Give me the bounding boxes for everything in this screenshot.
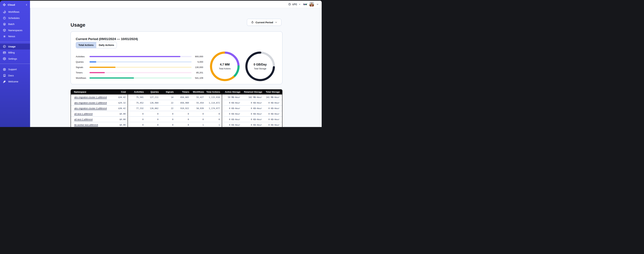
bar-fill: [90, 61, 96, 62]
donut-label: Total Storage: [254, 68, 266, 70]
sidebar-item-support[interactable]: Support: [0, 66, 30, 72]
table-header-cell: Retained Storage: [240, 91, 262, 93]
namespace-cell: a0-test-2.a98mm4: [71, 116, 109, 122]
sidebar-item-label: Batch: [8, 23, 14, 26]
table-cell: 126,862: [144, 106, 158, 111]
total-actions-donut: 4.7 MM Total Actions: [209, 50, 240, 82]
bar-category-label: Workflows: [76, 77, 90, 79]
table-cell: 77,332: [130, 106, 144, 111]
table-cell: 1: [204, 122, 220, 127]
table-cell: 75,501: [130, 94, 144, 100]
sidebar-item-nexus[interactable]: Nexus: [0, 33, 30, 40]
table-cell: 0 KB-Hour: [262, 122, 280, 127]
user-avatar[interactable]: [310, 2, 314, 6]
table-cell: $29.32: [109, 100, 128, 106]
table-cell: 0 KB-Hour: [262, 100, 280, 106]
table-cell: 1: [189, 122, 204, 127]
table-cell: 0 KB-Hour: [262, 106, 280, 111]
donut-value: 0 GB/Day: [254, 63, 267, 66]
period-select-button[interactable]: Current Period: [247, 19, 282, 26]
table-cell: 0: [204, 111, 220, 116]
timezone-selector[interactable]: UTC: [288, 3, 301, 6]
bar-value: 900,000: [194, 55, 203, 58]
namespace-link[interactable]: a0-test-2.a98mm4: [74, 118, 93, 121]
usage-bar-row: Workflows541,109: [76, 76, 203, 80]
sidebar-item-label: Schedules: [8, 17, 20, 20]
sidebar-item-schedules[interactable]: Schedules: [0, 15, 30, 21]
sidebar-item-label: Welcome: [8, 80, 18, 83]
sidebar-item-billing[interactable]: Billing: [0, 50, 30, 56]
docs-icon: [3, 74, 6, 77]
bar-value: 5,000: [194, 61, 203, 63]
spacer: [280, 106, 282, 111]
workflows-icon: [3, 10, 6, 14]
tab-total-actions[interactable]: Total Actions: [76, 42, 96, 48]
sidebar-item-label: Billing: [8, 51, 15, 54]
sidebar-item-namespaces[interactable]: Namespaces: [0, 27, 30, 34]
namespaces-icon: [3, 28, 6, 32]
table-header-cell: Signals: [159, 91, 174, 93]
tab-daily-actions[interactable]: Daily Actions: [96, 42, 116, 48]
table-header-cell: Total Actions: [204, 91, 220, 93]
sidebar-collapse-button[interactable]: [25, 3, 28, 6]
sidebar-nav-help: SupportDocsWelcome: [0, 66, 30, 85]
table-cell: 55,427: [189, 94, 204, 100]
glasses-icon: [303, 3, 307, 6]
sidebar-nav-account: UsageBillingSettings: [0, 44, 30, 62]
table-header-cell: Queries: [144, 91, 159, 93]
account-menu-chevron[interactable]: [316, 3, 319, 6]
app-title: Cloud: [8, 3, 15, 6]
sidebar-item-docs[interactable]: Docs: [0, 72, 30, 79]
sidebar-item-usage[interactable]: Usage: [0, 44, 30, 50]
donut-label: Total Actions: [219, 68, 231, 70]
schedules-icon: [3, 16, 6, 20]
bar-value: 85,201: [194, 71, 203, 74]
namespace-link[interactable]: abs-migration-cluster-3.a98mm4: [74, 107, 107, 110]
support-icon: [3, 68, 6, 71]
column-divider: [128, 94, 128, 100]
table-cell: 0 KB-Hour: [222, 116, 240, 122]
table-header-cell: Workflows: [189, 91, 204, 93]
table-header-row: NamespaceCostActivitiesQueriesSignalsTim…: [70, 89, 282, 94]
usage-bar-row: Timers85,201: [76, 70, 203, 74]
temporal-cloud-logo-icon: [2, 3, 6, 6]
table-row: abs-migration-cluster-3.a98mm4$38.4277,3…: [71, 106, 282, 111]
bar-fill: [90, 56, 180, 57]
table-cell: 14: [158, 94, 173, 100]
spacer: [220, 122, 222, 127]
bar-track: [90, 72, 192, 73]
namespace-link[interactable]: a0-test-1.a98mm4: [74, 112, 93, 115]
bar-value: 541,109: [194, 77, 203, 79]
bar-value: 130,000: [194, 66, 203, 68]
donut-value: 4.7 MM: [220, 63, 230, 66]
sidebar-item-label: Settings: [8, 58, 17, 60]
table-cell: 0 KB-Hour: [240, 116, 262, 122]
table-cell: $34.42: [109, 94, 128, 100]
sidebar-item-welcome[interactable]: Welcome: [0, 78, 30, 85]
chevron-down-icon: [275, 21, 278, 24]
table-cell: 0: [130, 116, 144, 122]
bar-track: [90, 56, 192, 57]
namespace-link[interactable]: bk-worker-test.a98mm4: [74, 124, 98, 126]
spacer: [220, 106, 222, 111]
table-cell: 0 KB-Hour: [240, 106, 262, 111]
sidebar-item-batch[interactable]: Batch: [0, 21, 30, 27]
sidebar-item-workflows[interactable]: Workflows: [0, 9, 30, 15]
card-title: Current Period (09/01/2024 — 10/01/2024): [76, 37, 138, 41]
namespace-cell: bk-worker-test.a98mm4: [71, 122, 109, 127]
labs-mode-glasses-toggle[interactable]: [303, 3, 307, 6]
namespace-usage-table: NamespaceCostActivitiesQueriesSignalsTim…: [70, 89, 282, 127]
bar-track: [90, 67, 192, 68]
namespace-link[interactable]: abs-migration-cluster-1.a98mm4: [74, 96, 107, 98]
table-cell: 0: [173, 116, 189, 122]
bar-category-label: Queries: [76, 61, 90, 63]
namespace-link[interactable]: abs-migration-cluster-2.a98mm4: [74, 102, 107, 104]
usage-icon: [3, 45, 6, 48]
table-cell: 0: [144, 116, 158, 122]
sidebar: Cloud WorkflowsSchedulesBatchNamespacesN…: [0, 1, 30, 127]
sidebar-item-settings[interactable]: Settings: [0, 56, 30, 62]
table-cell: 0: [144, 111, 158, 116]
bar-category-label: Activities: [76, 55, 90, 58]
sidebar-item-label: Docs: [8, 74, 14, 77]
top-bar: UTC: [30, 1, 322, 8]
